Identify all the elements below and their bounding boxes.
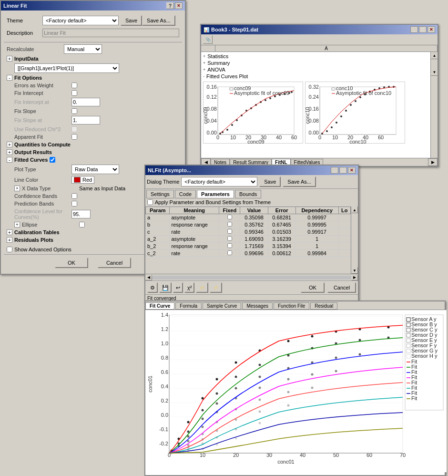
nlfit-theme-select[interactable]: <Factory default> bbox=[181, 177, 257, 186]
ellipse-check[interactable] bbox=[79, 222, 85, 228]
col-fixed: Fixed bbox=[219, 207, 240, 214]
fixed-a2[interactable] bbox=[227, 236, 232, 241]
fixed-b[interactable] bbox=[227, 222, 232, 227]
input-data-toggle[interactable]: + bbox=[7, 56, 12, 62]
input-data-select[interactable]: [[Graph1]Layer1!Plot(1)] bbox=[14, 63, 119, 73]
tab-residual[interactable]: Residual bbox=[310, 302, 337, 310]
description-input[interactable] bbox=[42, 29, 179, 37]
tree-fitted-curves[interactable]: - Fitted Curves Plot bbox=[202, 73, 437, 80]
save-as-button[interactable]: Save As... bbox=[142, 15, 175, 26]
svg-text:Asymptotic fit of conc10: Asymptotic fit of conc10 bbox=[336, 90, 391, 96]
output-results-section[interactable]: + Output Results bbox=[7, 149, 179, 155]
book3-toolbar-icon[interactable]: 📎 bbox=[203, 35, 213, 44]
statistics-label: Statistics bbox=[207, 53, 228, 59]
apply-settings-check[interactable] bbox=[147, 199, 153, 205]
bounds-tab[interactable]: Bounds bbox=[235, 190, 261, 198]
help-button[interactable]: ? bbox=[166, 2, 174, 9]
tree-statistics[interactable]: + Statistics bbox=[202, 53, 437, 60]
scroll-up[interactable]: ▲ bbox=[351, 207, 358, 213]
apparent-fit-check[interactable] bbox=[71, 134, 77, 140]
tab-function-file[interactable]: Function File bbox=[274, 302, 309, 310]
tab-messages[interactable]: Messages bbox=[242, 302, 273, 310]
book3-close[interactable]: ✕ bbox=[428, 26, 435, 33]
action-btn-1[interactable]: ⚙ bbox=[147, 282, 158, 293]
conf-level-input[interactable] bbox=[71, 210, 91, 218]
svg-point-145 bbox=[287, 378, 290, 381]
nlfit-save-as-btn[interactable]: Save As... bbox=[283, 176, 316, 187]
recalculate-select[interactable]: Manual bbox=[64, 44, 102, 54]
scroll-up-btn[interactable]: ▲ bbox=[431, 52, 438, 59]
theme-select[interactable]: <Factory default> bbox=[42, 16, 119, 25]
apparent-fit-label: Apparent Fit bbox=[14, 134, 71, 140]
fit-options-toggle[interactable]: - bbox=[7, 75, 12, 81]
code-tab[interactable]: Code bbox=[175, 190, 196, 198]
svg-point-120 bbox=[216, 393, 218, 395]
parameters-tab[interactable]: Parameters bbox=[197, 190, 234, 198]
action-btn-6[interactable]: ⚡ bbox=[210, 282, 222, 293]
fixed-c2[interactable] bbox=[227, 250, 232, 255]
fix-intercept-check[interactable] bbox=[71, 90, 77, 96]
fixed-a[interactable] bbox=[227, 215, 232, 219]
linear-fit-ok-button[interactable]: OK bbox=[55, 258, 88, 268]
tab-sample-curve[interactable]: Sample Curve bbox=[203, 302, 241, 310]
quantities-toggle[interactable]: + bbox=[7, 142, 12, 147]
linear-fit-cancel-button[interactable]: Cancel bbox=[98, 258, 131, 268]
action-btn-3[interactable]: ↩ bbox=[173, 282, 183, 293]
svg-text:0.16: 0.16 bbox=[309, 106, 319, 112]
calibration-toggle[interactable]: + bbox=[7, 229, 12, 235]
fit-options-section[interactable]: - Fit Options bbox=[7, 75, 179, 81]
book3-minimize[interactable]: _ bbox=[410, 26, 418, 33]
book3-maximize[interactable]: □ bbox=[419, 26, 427, 33]
scroll-down[interactable]: ▼ bbox=[351, 267, 358, 274]
tree-anova[interactable]: + ANOVA bbox=[202, 66, 437, 73]
confidence-bands-check[interactable] bbox=[71, 193, 77, 199]
nlfit-cancel-btn[interactable]: Cancel bbox=[327, 282, 356, 293]
fixed-c[interactable] bbox=[227, 229, 232, 234]
input-data-section[interactable]: + InputData bbox=[7, 56, 179, 62]
close-button[interactable]: ✕ bbox=[175, 2, 183, 9]
svg-point-119 bbox=[202, 409, 204, 412]
hscroll-left[interactable]: ◀ bbox=[145, 275, 152, 280]
nlfit-close[interactable]: ✕ bbox=[348, 167, 356, 174]
tab-scroll-right[interactable]: ▶ bbox=[428, 158, 438, 166]
tab-formula[interactable]: Formula bbox=[175, 302, 202, 310]
line-color-picker[interactable]: Red bbox=[71, 176, 94, 184]
hscroll-right[interactable]: ▶ bbox=[351, 275, 358, 280]
residuals-toggle[interactable]: + bbox=[7, 237, 12, 243]
settings-tab[interactable]: Settings bbox=[146, 190, 174, 198]
svg-text:0.00: 0.00 bbox=[309, 130, 319, 135]
nlfit-maximize[interactable]: □ bbox=[339, 167, 347, 174]
fix-slope-at-input[interactable] bbox=[71, 116, 100, 124]
svg-point-118 bbox=[187, 431, 190, 433]
fix-slope-check[interactable] bbox=[71, 108, 77, 114]
nlfit-ok-btn[interactable]: OK bbox=[301, 282, 325, 293]
save-button[interactable]: Save bbox=[121, 15, 142, 26]
x-data-type-toggle[interactable]: + bbox=[14, 186, 20, 191]
action-btn-5[interactable]: ⚡ bbox=[196, 282, 208, 293]
params-vscroll[interactable]: ▲ ▼ bbox=[351, 207, 358, 274]
fitted-curves-check[interactable] bbox=[50, 157, 55, 163]
nlfit-minimize[interactable]: _ bbox=[331, 167, 338, 174]
svg-text:Fit: Fit bbox=[411, 395, 417, 401]
fix-intercept-at-input[interactable] bbox=[71, 98, 100, 106]
tab-fit-curve[interactable]: Fit Curve bbox=[145, 302, 174, 310]
output-results-toggle[interactable]: + bbox=[7, 149, 12, 155]
errors-weight-check[interactable] bbox=[71, 83, 77, 88]
param-a2: a_2 bbox=[146, 236, 170, 243]
quantities-section[interactable]: + Quantities to Compute bbox=[7, 142, 179, 147]
fitted-curves-section[interactable]: - Fitted Curves bbox=[7, 157, 179, 163]
ellipse-toggle[interactable]: + bbox=[14, 222, 20, 228]
show-advanced-check[interactable] bbox=[7, 247, 12, 252]
params-hscroll[interactable]: ◀ ▶ bbox=[145, 274, 358, 280]
action-btn-4[interactable]: χ² bbox=[184, 282, 194, 293]
nlfit-save-btn[interactable]: Save bbox=[259, 176, 281, 187]
use-reduced-chi-label: Use Reduced Chi^2 bbox=[14, 126, 71, 132]
fixed-b2[interactable] bbox=[227, 243, 232, 248]
book3-vscroll[interactable]: ▲ ▼ bbox=[430, 52, 438, 158]
scroll-down-btn[interactable]: ▼ bbox=[431, 69, 438, 76]
plot-type-select[interactable]: Raw Data bbox=[71, 165, 119, 174]
fitted-curves-toggle[interactable]: - bbox=[7, 157, 12, 163]
tree-summary[interactable]: + Summary bbox=[202, 60, 437, 66]
prediction-bands-check[interactable] bbox=[71, 201, 77, 207]
action-btn-2[interactable]: 💾 bbox=[159, 282, 172, 293]
